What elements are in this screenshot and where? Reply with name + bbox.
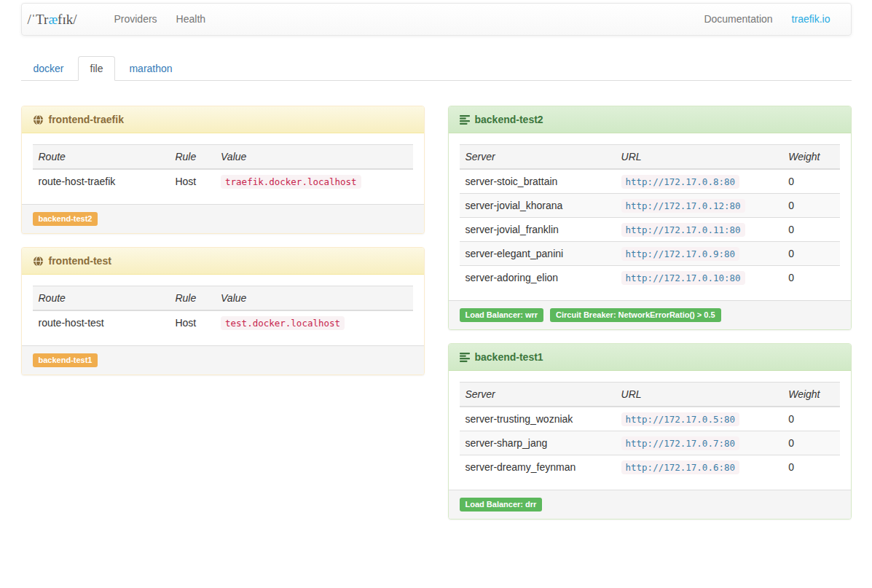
backend-panel-body: Server URL Weight server-trusting_woznia… (449, 371, 851, 490)
server-url-cell: http://172.17.0.12:80 (616, 194, 783, 218)
nav-item-health[interactable]: Health (167, 4, 215, 35)
frontend-panel-footer: backend-test2 (22, 204, 424, 233)
server-name: server-jovial_franklin (460, 218, 616, 242)
server-url-cell: http://172.17.0.8:80 (616, 169, 783, 194)
load-balancer-badge: Load Balancer: drr (460, 498, 543, 511)
provider-tabs: docker file marathon (21, 56, 852, 81)
column-header-rule: Rule (169, 286, 215, 311)
server-url-code: http://172.17.0.5:80 (621, 412, 740, 426)
tab-file-label[interactable]: file (78, 56, 116, 81)
backend-panel-footer: Load Balancer: drr (449, 490, 851, 519)
tab-marathon[interactable]: marathon (117, 56, 186, 80)
backends-column: backend-test2 Server URL Weight (448, 106, 852, 533)
table-row: route-host-traefik Host traefik.docker.l… (33, 169, 413, 193)
tasks-icon (460, 352, 470, 362)
tab-docker[interactable]: docker (21, 56, 78, 80)
routes-table: Route Rule Value route-host-traefik Host… (33, 144, 413, 193)
frontend-panel-heading: frontend-traefik (22, 106, 424, 133)
frontend-panel-body: Route Rule Value route-host-traefik Host… (22, 133, 424, 204)
server-url-code: http://172.17.0.6:80 (621, 460, 740, 474)
table-header-row: Route Rule Value (33, 145, 413, 170)
backend-panel-body: Server URL Weight server-stoic_brattain … (449, 133, 851, 300)
tab-file[interactable]: file (78, 56, 117, 80)
servers-table: Server URL Weight server-trusting_woznia… (460, 382, 840, 479)
table-header-row: Route Rule Value (33, 286, 413, 311)
column-header-value: Value (215, 145, 412, 170)
server-url-cell: http://172.17.0.9:80 (616, 242, 783, 266)
server-name: server-jovial_khorana (460, 194, 616, 218)
server-url-cell: http://172.17.0.10:80 (616, 266, 783, 290)
panel-title: backend-test2 (475, 114, 543, 125)
table-header-row: Server URL Weight (460, 145, 840, 170)
navbar-links: Providers Health (104, 4, 694, 35)
route-name: route-host-traefik (33, 169, 170, 193)
column-header-server: Server (460, 145, 616, 170)
server-url-code: http://172.17.0.9:80 (621, 247, 740, 261)
backend-ref-badge: backend-test1 (33, 353, 98, 367)
brand-text-pre: /ˈTr (28, 12, 49, 27)
server-name: server-trusting_wozniak (460, 407, 616, 431)
nav-item-providers[interactable]: Providers (104, 4, 166, 35)
table-row: server-sharp_jang http://172.17.0.7:80 0 (460, 431, 840, 455)
table-row: server-dreamy_feynman http://172.17.0.6:… (460, 455, 840, 479)
server-name: server-dreamy_feynman (460, 455, 616, 479)
server-url-cell: http://172.17.0.5:80 (616, 407, 783, 431)
panel-title: backend-test1 (475, 351, 543, 363)
navbar: /ˈTræfɪk/ Providers Health Documentation… (21, 3, 852, 36)
tasks-icon (460, 114, 470, 125)
globe-icon (33, 256, 44, 267)
frontend-panel-footer: backend-test1 (22, 345, 424, 375)
table-row: server-jovial_khorana http://172.17.0.12… (460, 194, 840, 218)
server-weight: 0 (782, 218, 839, 242)
load-balancer-badge: Load Balancer: wrr (460, 308, 544, 322)
column-header-url: URL (616, 145, 783, 170)
table-row: server-stoic_brattain http://172.17.0.8:… (460, 169, 840, 194)
column-header-weight: Weight (782, 383, 839, 407)
nav-item-traefik-io[interactable]: traefik.io (782, 4, 840, 35)
column-header-route: Route (33, 286, 170, 311)
route-value-code: test.docker.localhost (221, 316, 345, 330)
route-value-code: traefik.docker.localhost (221, 175, 361, 189)
backend-panel-heading: backend-test2 (449, 106, 851, 133)
server-weight: 0 (782, 431, 839, 455)
table-row: server-trusting_wozniak http://172.17.0.… (460, 407, 840, 431)
brand-text-post: fɪk/ (58, 12, 76, 27)
column-header-value: Value (215, 286, 412, 311)
server-weight: 0 (782, 266, 839, 290)
column-header-weight: Weight (782, 145, 839, 170)
column-header-rule: Rule (169, 145, 215, 170)
nav-item-documentation[interactable]: Documentation (694, 4, 782, 35)
server-url-cell: http://172.17.0.7:80 (616, 431, 783, 455)
server-weight: 0 (782, 407, 839, 431)
servers-table: Server URL Weight server-stoic_brattain … (460, 144, 840, 289)
backend-ref-badge: backend-test2 (33, 212, 98, 226)
server-url-code: http://172.17.0.8:80 (621, 175, 740, 189)
tab-docker-label[interactable]: docker (21, 56, 76, 81)
server-url-cell: http://172.17.0.11:80 (616, 218, 783, 242)
brand-logo[interactable]: /ˈTræfɪk/ (28, 12, 77, 28)
tab-marathon-label[interactable]: marathon (117, 56, 184, 81)
navbar-right-links: Documentation traefik.io (694, 4, 839, 35)
routes-table: Route Rule Value route-host-test Host te… (33, 286, 413, 334)
backend-panel-test1: backend-test1 Server URL Weight (448, 343, 852, 520)
column-header-url: URL (616, 383, 783, 407)
frontend-panel-test: frontend-test Route Rule Value (21, 247, 425, 375)
frontends-column: frontend-traefik Route Rule Value (21, 106, 425, 388)
table-header-row: Server URL Weight (460, 383, 840, 407)
server-weight: 0 (782, 169, 839, 194)
server-url-code: http://172.17.0.10:80 (621, 271, 745, 285)
server-url-code: http://172.17.0.7:80 (621, 436, 740, 450)
route-rule: Host (169, 310, 215, 334)
server-weight: 0 (782, 194, 839, 218)
table-row: server-jovial_franklin http://172.17.0.1… (460, 218, 840, 242)
circuit-breaker-badge: Circuit Breaker: NetworkErrorRatio() > 0… (550, 308, 721, 322)
column-header-route: Route (33, 145, 170, 170)
frontend-panel-body: Route Rule Value route-host-test Host te… (22, 275, 424, 345)
column-header-server: Server (460, 383, 616, 407)
backend-panel-test2: backend-test2 Server URL Weight (448, 106, 852, 330)
route-name: route-host-test (33, 310, 170, 334)
brand-text-ae: æ (48, 12, 58, 27)
server-url-cell: http://172.17.0.6:80 (616, 455, 783, 479)
server-name: server-stoic_brattain (460, 169, 616, 194)
server-name: server-adoring_elion (460, 266, 616, 290)
